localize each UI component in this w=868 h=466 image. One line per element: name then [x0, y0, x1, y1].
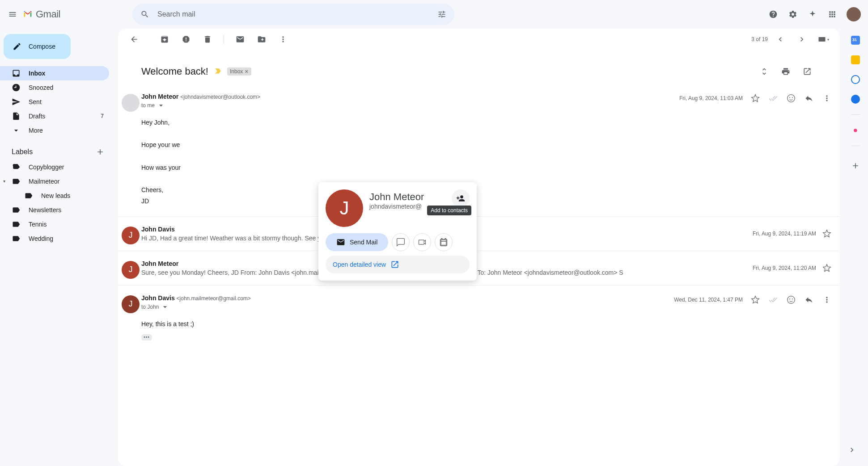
spam-icon: [182, 35, 191, 44]
show-trimmed-button[interactable]: •••: [141, 334, 152, 340]
star-button[interactable]: [750, 294, 761, 305]
chip-remove[interactable]: ×: [245, 68, 248, 75]
label-icon: [12, 234, 21, 243]
more-button[interactable]: [274, 30, 292, 48]
emoji-react-button[interactable]: [786, 294, 796, 305]
sidebar-item-label: Snoozed: [29, 84, 53, 91]
input-tools-button[interactable]: ▾: [814, 30, 832, 48]
message-collapsed[interactable]: J John Davis Hi JD, Had a great time! We…: [118, 217, 839, 251]
archive-button[interactable]: [156, 30, 174, 48]
expand-collapse-button[interactable]: [755, 63, 773, 80]
emoji-icon: [787, 295, 796, 304]
folder-move-icon: [257, 35, 266, 44]
sidebar-item-more[interactable]: More: [0, 123, 109, 138]
sparkle-icon: [808, 10, 817, 19]
labels-header: Labels: [0, 138, 114, 160]
open-detailed-view-button[interactable]: Open detailed view: [326, 256, 470, 273]
label-wedding[interactable]: Wedding: [0, 231, 109, 246]
star-icon: [751, 94, 760, 103]
recipient-line[interactable]: to John: [141, 302, 251, 311]
send-mail-label: Send Mail: [350, 239, 377, 246]
inbox-chip[interactable]: Inbox ×: [227, 67, 251, 76]
star-button[interactable]: [821, 228, 832, 239]
schedule-event-button[interactable]: [435, 233, 453, 251]
pagination-text: 3 of 19: [751, 36, 768, 42]
message-date: Wed, Dec 11, 2024, 1:47 PM: [674, 297, 743, 303]
star-button[interactable]: [750, 93, 761, 104]
start-chat-button[interactable]: [392, 233, 410, 251]
star-button[interactable]: [821, 263, 832, 273]
sender-avatar[interactable]: J: [122, 227, 140, 244]
account-avatar[interactable]: [847, 7, 861, 21]
open-in-new-icon: [803, 67, 812, 76]
move-to-button[interactable]: [253, 30, 271, 48]
newer-button[interactable]: [771, 30, 789, 48]
gemini-button[interactable]: [804, 5, 821, 23]
person-add-icon: [456, 194, 465, 203]
main-menu-button[interactable]: [4, 5, 21, 23]
compose-button[interactable]: Compose: [4, 34, 71, 59]
back-button[interactable]: [125, 30, 143, 48]
sidebar-item-inbox[interactable]: Inbox: [0, 66, 109, 80]
support-button[interactable]: [764, 5, 782, 23]
label-new-leads[interactable]: New leads: [0, 189, 109, 203]
reply-button[interactable]: [804, 93, 814, 104]
contacts-app-button[interactable]: [851, 95, 860, 104]
message-date: Fri, Aug 9, 2024, 11:19 AM: [753, 231, 816, 237]
sidebar-item-sent[interactable]: Sent: [0, 95, 109, 109]
settings-button[interactable]: [784, 5, 802, 23]
recipient-line[interactable]: to me: [141, 101, 260, 110]
message-more-button[interactable]: [821, 93, 832, 104]
reply-button[interactable]: [804, 294, 814, 305]
video-call-button[interactable]: [413, 233, 431, 251]
trash-icon: [203, 35, 212, 44]
label-icon: [12, 220, 21, 229]
sidebar-item-snoozed[interactable]: Snoozed: [0, 80, 109, 95]
sender-avatar[interactable]: [122, 94, 140, 112]
popout-button[interactable]: [798, 63, 816, 80]
label-mailmeteor[interactable]: Mailmeteor: [0, 174, 109, 189]
older-button[interactable]: [793, 30, 811, 48]
svg-point-3: [789, 298, 790, 299]
gear-icon: [788, 10, 797, 19]
label-copyblogger[interactable]: Copyblogger: [0, 160, 109, 174]
gmail-logo[interactable]: Gmail: [21, 8, 128, 20]
mark-unread-button[interactable]: [231, 30, 249, 48]
sender-name[interactable]: John Meteor: [141, 93, 178, 100]
search-input[interactable]: [154, 10, 433, 18]
delete-button[interactable]: [199, 30, 216, 48]
spam-button[interactable]: [177, 30, 195, 48]
check-all-icon: [769, 94, 778, 103]
more-vert-icon: [822, 94, 831, 103]
search-button[interactable]: [136, 5, 154, 23]
get-addons-button[interactable]: [847, 157, 864, 175]
importance-marker[interactable]: [214, 67, 223, 77]
print-button[interactable]: [777, 63, 795, 80]
emoji-react-button[interactable]: [786, 93, 796, 104]
calendar-app-button[interactable]: [851, 36, 860, 45]
add-to-contacts-button[interactable]: Add to contacts: [452, 189, 470, 207]
sidebar-item-drafts[interactable]: Drafts 7: [0, 109, 109, 123]
contact-hovercard: J John Meteor johndavismeteor@ Add to co…: [318, 182, 477, 281]
label-icon: [12, 177, 21, 186]
message-more-button[interactable]: [821, 294, 832, 305]
sender-name[interactable]: John Davis: [141, 294, 175, 302]
importance-icon: [214, 67, 223, 76]
sidebar-item-label: Drafts: [29, 113, 45, 120]
label-icon: [24, 191, 33, 200]
addon-button[interactable]: ●: [853, 126, 858, 135]
apps-button[interactable]: [823, 5, 841, 23]
label-tennis[interactable]: Tennis: [0, 217, 109, 231]
send-mail-button[interactable]: Send Mail: [326, 233, 388, 251]
label-icon: [12, 206, 21, 214]
search-options-button[interactable]: [433, 5, 451, 23]
side-panel-toggle[interactable]: [843, 441, 861, 459]
label-newsletters[interactable]: Newsletters: [0, 203, 109, 217]
tasks-app-button[interactable]: [851, 75, 860, 84]
message-collapsed[interactable]: J John Meteor Sure, see you Monday! Chee…: [118, 251, 839, 285]
sender-avatar[interactable]: J: [122, 295, 140, 313]
keep-app-button[interactable]: [851, 55, 860, 64]
sender-avatar[interactable]: J: [122, 261, 140, 279]
add-label-button[interactable]: [95, 147, 106, 157]
logo-text: Gmail: [36, 8, 60, 20]
